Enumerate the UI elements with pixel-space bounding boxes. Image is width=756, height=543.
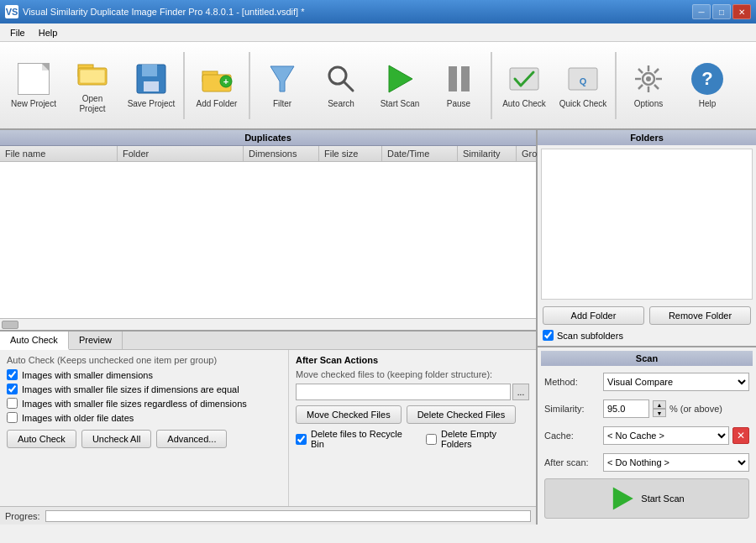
scroll-thumb[interactable] [2, 321, 18, 329]
afterscan-panel: After Scan Actions Move checked files to… [288, 350, 536, 506]
add-folder-right-button[interactable]: Add Folder [543, 306, 644, 325]
filter-button[interactable]: Filter [254, 48, 311, 123]
cache-select[interactable]: < No Cache > [603, 426, 729, 445]
cb-smaller-filesize-equal-label: Images with smaller file sizes if dimens… [22, 384, 239, 394]
similarity-up[interactable]: ▲ [653, 400, 666, 409]
after-scan-control: < Do Nothing > [603, 453, 749, 472]
col-dimensions[interactable]: Dimensions [244, 146, 319, 161]
table-header: File name Folder Dimensions File size Da… [0, 146, 536, 162]
app-icon: VS [5, 5, 18, 18]
quick-check-button[interactable]: Q Quick Check [554, 48, 612, 123]
options-button[interactable]: Options [620, 48, 677, 123]
folder-buttons: Add Folder Remove Folder [538, 303, 756, 328]
col-datetime[interactable]: Date/Time [382, 146, 458, 161]
cb-smaller-filesize-regardless-label: Images with smaller file sizes regardles… [22, 399, 247, 409]
save-project-icon [134, 62, 168, 96]
move-checked-files-button[interactable]: Move Checked Files [296, 405, 402, 424]
move-path-row: ... [296, 384, 529, 400]
delete-checked-files-button[interactable]: Delete Checked Files [407, 405, 517, 424]
svg-line-26 [638, 85, 643, 89]
tab-autocheck[interactable]: Auto Check [0, 332, 69, 350]
right-panel: Folders Add Folder Remove Folder Scan su… [538, 130, 756, 525]
menu-help[interactable]: Help [32, 26, 65, 39]
open-project-button[interactable]: Open Project [64, 48, 121, 123]
col-filename[interactable]: File name [0, 146, 118, 161]
move-path-input[interactable] [296, 384, 511, 400]
help-button[interactable]: ? Help [679, 48, 736, 123]
cb-smaller-filesize-regardless[interactable] [7, 398, 18, 409]
col-similarity[interactable]: Similarity [458, 146, 517, 161]
move-path-browse-button[interactable]: ... [512, 384, 529, 400]
options-icon [632, 62, 665, 96]
checkbox-delete-empty: Delete Empty Folders [426, 429, 529, 449]
add-folder-icon: + [200, 62, 234, 96]
table-body[interactable] [0, 162, 536, 318]
col-filesize[interactable]: File size [319, 146, 382, 161]
svg-marker-13 [389, 65, 412, 92]
uncheck-all-button[interactable]: Uncheck All [81, 430, 151, 448]
title-bar: VS Visual Similarity Duplicate Image Fin… [0, 0, 756, 23]
scan-subfolders-label: Scan subfolders [557, 331, 623, 341]
cache-clear-button[interactable]: ✕ [732, 427, 749, 444]
remove-folder-button[interactable]: Remove Folder [649, 306, 751, 325]
left-panel: Duplicates File name Folder Dimensions F… [0, 130, 538, 525]
maximize-button[interactable]: □ [712, 4, 731, 19]
auto-check-button[interactable]: Auto Check [496, 48, 553, 123]
svg-line-23 [638, 69, 643, 73]
svg-text:+: + [223, 76, 228, 86]
method-row: Method: Visual Compare File Size File Na… [541, 371, 753, 393]
tab-preview[interactable]: Preview [69, 332, 123, 349]
add-folder-button[interactable]: + Add Folder [188, 48, 245, 123]
toolbar-sep-1 [183, 52, 185, 119]
new-project-button[interactable]: New Project [5, 48, 62, 123]
cb-smaller-filesize-equal[interactable] [7, 384, 18, 394]
quick-check-label: Quick Check [559, 99, 607, 109]
window-controls[interactable]: ─ □ ✕ [692, 4, 751, 19]
method-select[interactable]: Visual Compare File Size File Name EXIF … [603, 373, 749, 391]
after-scan-select[interactable]: < Do Nothing > [603, 453, 749, 472]
checkbox-delete-recycle: Delete files to Recycle Bin [296, 429, 417, 449]
similarity-down[interactable]: ▼ [653, 409, 666, 417]
similarity-input[interactable] [603, 399, 649, 418]
new-project-label: New Project [11, 99, 56, 109]
scan-subfolders-checkbox[interactable] [543, 330, 554, 341]
cache-label: Cache: [544, 431, 603, 441]
afterscan-title: After Scan Actions [296, 355, 529, 365]
method-control: Visual Compare File Size File Name EXIF … [603, 373, 749, 391]
title-bar-left: VS Visual Similarity Duplicate Image Fin… [5, 5, 304, 18]
menu-file[interactable]: File [3, 26, 32, 39]
new-project-icon [17, 62, 50, 96]
quick-check-icon: Q [566, 62, 600, 96]
cb-older-dates[interactable] [7, 412, 18, 423]
minimize-button[interactable]: ─ [692, 4, 711, 19]
start-scan-area-icon [609, 486, 634, 511]
search-button[interactable]: Search [312, 48, 370, 123]
close-button[interactable]: ✕ [732, 4, 751, 19]
similarity-row: Similarity: ▲ ▼ % (or above) [541, 398, 753, 420]
pause-label: Pause [447, 99, 470, 109]
similarity-unit: % (or above) [669, 404, 722, 414]
horizontal-scrollbar[interactable] [0, 318, 536, 330]
cb-smaller-dimensions[interactable] [7, 369, 18, 380]
cache-row-container: Cache: < No Cache > ✕ [541, 425, 753, 446]
toolbar-sep-2 [249, 52, 250, 119]
similarity-control: ▲ ▼ % (or above) [603, 399, 749, 418]
start-scan-area[interactable]: Start Scan [544, 478, 749, 519]
after-scan-label: After scan: [544, 457, 603, 467]
toolbar-sep-4 [615, 52, 617, 119]
auto-check-action-button[interactable]: Auto Check [7, 430, 76, 448]
advanced-button[interactable]: Advanced... [156, 430, 227, 448]
col-folder[interactable]: Folder [118, 146, 244, 161]
folders-list[interactable] [541, 149, 753, 300]
method-label: Method: [544, 377, 603, 387]
after-scan-row: After scan: < Do Nothing > [541, 452, 753, 473]
pause-button[interactable]: Pause [430, 48, 487, 123]
afterscan-action-buttons: Move Checked Files Delete Checked Files [296, 405, 529, 424]
cb-delete-recycle[interactable] [296, 434, 307, 445]
checkbox-smaller-filesize-equal: Images with smaller file sizes if dimens… [7, 384, 281, 394]
svg-rect-5 [144, 81, 159, 91]
cb-delete-empty[interactable] [426, 434, 437, 445]
help-label: Help [699, 99, 717, 109]
save-project-button[interactable]: Save Project [123, 48, 180, 123]
start-scan-button[interactable]: Start Scan [371, 48, 428, 123]
